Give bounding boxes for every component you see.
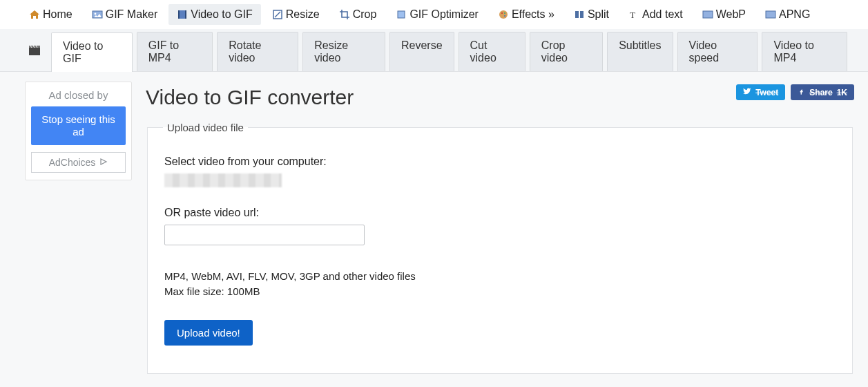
- nav-label: GIF Maker: [106, 8, 158, 21]
- text-icon: T: [628, 9, 639, 20]
- facebook-icon: [798, 88, 805, 97]
- tab-crop-video[interactable]: Crop video: [530, 32, 603, 71]
- clapperboard-icon: [28, 29, 47, 71]
- svg-point-1: [94, 13, 96, 15]
- tab-video-speed[interactable]: Video speed: [677, 32, 758, 71]
- title-bar: Video to GIF converter Tweet Share 1K: [146, 82, 854, 122]
- tab-label: Subtitles: [619, 39, 661, 51]
- nav-crop[interactable]: Crop: [331, 4, 385, 25]
- nav-home[interactable]: Home: [21, 4, 81, 25]
- file-input-placeholder[interactable]: [164, 173, 282, 187]
- page-title: Video to GIF converter: [146, 86, 354, 109]
- svg-rect-3: [178, 10, 180, 19]
- svg-point-10: [504, 15, 505, 17]
- upload-legend: Upload video file: [163, 122, 248, 133]
- stop-seeing-ad-button[interactable]: Stop seeing this ad: [31, 106, 126, 145]
- hint-line-maxsize: Max file size: 100MB: [164, 284, 836, 299]
- split-icon: [574, 9, 585, 20]
- adchoices-label: AdChoices: [49, 157, 96, 168]
- upload-video-button[interactable]: Upload video!: [164, 320, 253, 346]
- svg-rect-6: [398, 11, 405, 18]
- image-icon: [765, 9, 776, 20]
- nav-label: Resize: [286, 8, 320, 21]
- tweet-label: Tweet: [755, 88, 778, 97]
- url-label: OR paste video url:: [164, 207, 836, 219]
- hint-line-formats: MP4, WebM, AVI, FLV, MOV, 3GP and other …: [164, 269, 836, 284]
- tab-gif-to-mp4[interactable]: GIF to MP4: [137, 32, 213, 71]
- svg-rect-12: [580, 11, 584, 18]
- social-buttons: Tweet Share 1K: [736, 84, 854, 100]
- nav-video-to-gif[interactable]: Video to GIF: [168, 4, 261, 25]
- share-count: 1K: [837, 88, 847, 97]
- ad-widget: Ad closed by Stop seeing this ad AdChoic…: [25, 82, 132, 180]
- svg-rect-11: [575, 11, 579, 18]
- nav-gif-optimizer[interactable]: GIF Optimizer: [387, 4, 487, 25]
- nav-label: Split: [588, 8, 609, 21]
- tab-label: Resize video: [314, 39, 348, 64]
- tab-rotate-video[interactable]: Rotate video: [217, 32, 298, 71]
- nav-label: WebP: [716, 8, 746, 21]
- svg-rect-15: [766, 11, 775, 18]
- tab-label: Cut video: [470, 39, 496, 64]
- tab-reverse[interactable]: Reverse: [389, 32, 454, 71]
- nav-webp[interactable]: WebP: [694, 4, 754, 25]
- compress-icon: [396, 9, 407, 20]
- format-hint: MP4, WebM, AVI, FLV, MOV, 3GP and other …: [164, 269, 836, 299]
- svg-rect-4: [185, 10, 186, 19]
- ad-closed-label: Ad closed by: [31, 89, 126, 101]
- nav-label: Crop: [353, 8, 377, 21]
- svg-point-8: [501, 12, 503, 14]
- tab-label: Rotate video: [229, 39, 261, 64]
- svg-point-7: [499, 10, 508, 19]
- top-nav: Home GIF Maker Video to GIF Resize Crop …: [0, 0, 868, 25]
- sub-nav: Video to GIF GIF to MP4 Rotate video Res…: [0, 29, 868, 72]
- tab-label: Reverse: [401, 39, 443, 51]
- home-icon: [29, 9, 40, 20]
- nav-gif-maker[interactable]: GIF Maker: [84, 4, 166, 25]
- image-icon: [702, 9, 713, 20]
- nav-effects[interactable]: Effects »: [490, 4, 563, 25]
- adchoices-icon: [99, 157, 108, 168]
- select-video-label: Select video from your computer:: [164, 155, 836, 168]
- video-url-input[interactable]: [164, 225, 365, 245]
- tab-label: Video to MP4: [773, 39, 813, 64]
- upload-panel: Upload video file Select video from your…: [147, 122, 853, 374]
- resize-icon: [272, 9, 283, 20]
- tab-label: Video to GIF: [63, 40, 103, 64]
- nav-label: Effects »: [512, 8, 554, 21]
- twitter-icon: [743, 87, 751, 97]
- svg-rect-14: [703, 11, 713, 18]
- nav-add-text[interactable]: T Add text: [620, 4, 691, 25]
- tab-subtitles[interactable]: Subtitles: [607, 32, 673, 71]
- tab-label: Crop video: [541, 39, 568, 64]
- svg-rect-16: [29, 48, 40, 55]
- share-label: Share: [809, 88, 832, 97]
- nav-label: Add text: [642, 8, 683, 21]
- main: Ad closed by Stop seeing this ad AdChoic…: [0, 72, 868, 387]
- nav-split[interactable]: Split: [566, 4, 617, 25]
- nav-resize[interactable]: Resize: [264, 4, 328, 25]
- tab-video-to-gif[interactable]: Video to GIF: [51, 32, 133, 72]
- tab-cut-video[interactable]: Cut video: [459, 32, 525, 71]
- film-icon: [177, 9, 188, 20]
- svg-text:T: T: [630, 10, 635, 20]
- tweet-button[interactable]: Tweet: [736, 84, 785, 100]
- tab-resize-video[interactable]: Resize video: [302, 32, 385, 71]
- nav-label: Home: [43, 8, 73, 21]
- image-icon: [92, 9, 103, 20]
- nav-apng[interactable]: APNG: [757, 4, 818, 25]
- tab-video-to-mp4[interactable]: Video to MP4: [762, 32, 847, 71]
- adchoices-button[interactable]: AdChoices: [31, 152, 126, 173]
- nav-label: Video to GIF: [191, 8, 253, 21]
- tab-label: GIF to MP4: [148, 39, 179, 64]
- crop-icon: [339, 9, 350, 20]
- nav-label: GIF Optimizer: [409, 8, 479, 21]
- tab-label: Video speed: [689, 39, 720, 64]
- content: Video to GIF converter Tweet Share 1K: [146, 82, 854, 374]
- facebook-share-button[interactable]: Share 1K: [791, 84, 854, 100]
- nav-label: APNG: [779, 8, 810, 21]
- palette-icon: [498, 9, 509, 20]
- svg-point-9: [504, 12, 505, 14]
